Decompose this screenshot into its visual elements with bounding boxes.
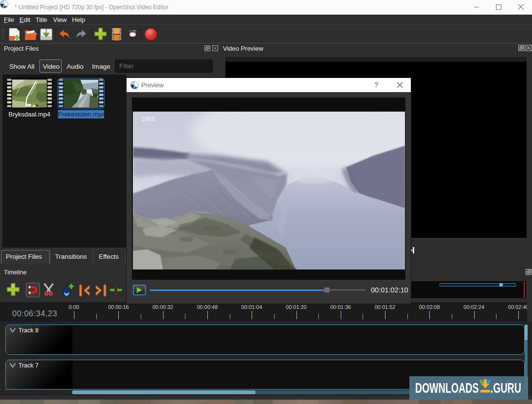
svg-text:1868: 1868 — [141, 115, 155, 122]
